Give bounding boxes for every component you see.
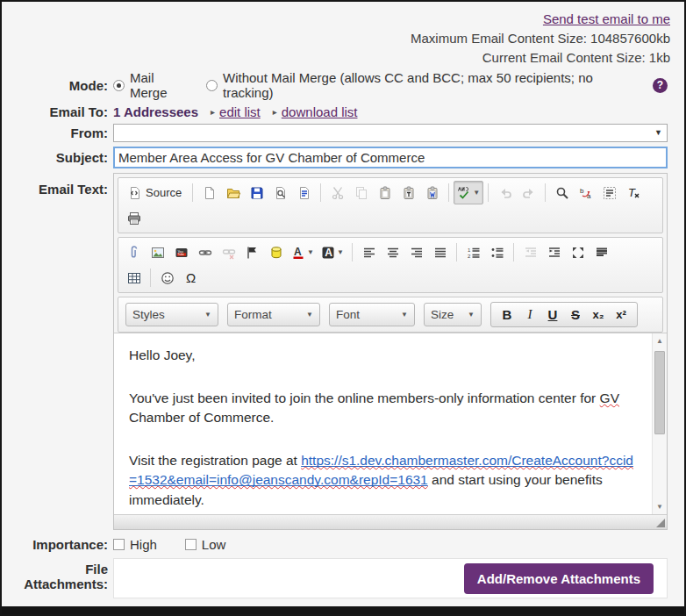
numbered-list-button[interactable]: 12: [461, 240, 485, 264]
resize-handle-icon[interactable]: [656, 519, 665, 527]
align-left-button[interactable]: [357, 240, 381, 264]
importance-high-checkbox[interactable]: [113, 539, 125, 550]
importance-high-label[interactable]: High: [130, 537, 157, 552]
preview-button[interactable]: [268, 181, 292, 204]
print-button[interactable]: [122, 206, 146, 230]
database-fields-button[interactable]: [264, 240, 288, 264]
editor-scrollbar[interactable]: ▲ ▼: [652, 333, 667, 514]
mail-merge-radio-label[interactable]: Mail Merge: [130, 70, 194, 100]
templates-icon: [297, 186, 311, 200]
source-button[interactable]: Source: [122, 181, 188, 204]
body-paragraph: Hello Joey,: [129, 346, 637, 365]
window-bottom-border: [2, 606, 684, 614]
align-right-button[interactable]: [404, 240, 428, 264]
templates-button[interactable]: [292, 181, 316, 204]
text-color-icon: A: [291, 246, 305, 260]
paste-button[interactable]: [373, 181, 397, 204]
unlink-button[interactable]: [217, 240, 240, 264]
remove-format-button[interactable]: T: [621, 181, 645, 204]
table-button[interactable]: [122, 266, 146, 290]
attachment-button[interactable]: [122, 240, 146, 264]
spell-check-button[interactable]: ▼: [454, 181, 483, 204]
cut-button[interactable]: [325, 181, 349, 204]
open-button[interactable]: [221, 181, 245, 204]
superscript-button[interactable]: x²: [610, 308, 632, 321]
email-body-editable[interactable]: Hello Joey, You've just been invited to …: [114, 333, 667, 514]
maximize-icon: [571, 246, 585, 260]
background-color-icon: A: [321, 246, 335, 260]
flag-button[interactable]: [240, 240, 264, 264]
scroll-down-icon[interactable]: ▼: [653, 503, 667, 511]
svg-text:a: a: [587, 192, 591, 200]
redo-icon: [522, 186, 536, 200]
svg-text:Tube: Tube: [177, 253, 184, 256]
special-character-button[interactable]: Ω: [179, 266, 203, 290]
bold-button[interactable]: B: [496, 307, 518, 322]
mail-merge-radio[interactable]: [113, 80, 125, 91]
toolbar-separator: [488, 183, 489, 202]
dropdown-arrow-icon: ▼: [204, 311, 211, 319]
size-dropdown[interactable]: Size▼: [424, 303, 482, 326]
dropdown-arrow-icon: ▼: [307, 248, 314, 256]
smiley-button[interactable]: [155, 266, 179, 290]
download-list-link[interactable]: download list: [282, 104, 358, 119]
scroll-up-icon[interactable]: ▲: [653, 337, 667, 345]
styles-dropdown-label: Styles: [132, 308, 165, 321]
font-dropdown[interactable]: Font▼: [329, 303, 415, 326]
header: Send test email to me Maximum Email Cont…: [2, 2, 684, 70]
select-all-button[interactable]: [597, 181, 621, 204]
copy-button[interactable]: [349, 181, 373, 204]
arrow-icon: ▸: [211, 107, 215, 117]
find-icon: [555, 186, 569, 200]
importance-low-checkbox[interactable]: [185, 539, 197, 550]
youtube-button[interactable]: YouTube: [169, 240, 193, 264]
maximize-button[interactable]: [566, 240, 590, 264]
arrow-icon: ▸: [273, 107, 277, 117]
file-attachments-label: File Attachments:: [2, 558, 108, 591]
edit-list-link[interactable]: edit list: [219, 104, 261, 119]
scrollbar-thumb[interactable]: [654, 351, 665, 434]
cut-icon: [331, 186, 345, 200]
bulleted-list-button[interactable]: [485, 240, 509, 264]
importance-low-label[interactable]: Low: [202, 537, 226, 552]
outdent-icon: [524, 246, 538, 260]
dropdown-arrow-icon: ▼: [306, 311, 313, 319]
spell-check-icon: [457, 186, 471, 200]
underline-button[interactable]: U: [541, 307, 564, 322]
format-dropdown[interactable]: Format▼: [227, 303, 320, 326]
paste-as-text-button[interactable]: [397, 181, 420, 204]
increase-indent-button[interactable]: [542, 240, 566, 264]
justify-button[interactable]: [428, 240, 452, 264]
image-button[interactable]: [146, 240, 169, 264]
send-test-email-link[interactable]: Send test email to me: [543, 11, 670, 26]
subscript-button[interactable]: x₂: [587, 308, 610, 321]
redo-button[interactable]: [517, 181, 540, 204]
styles-dropdown[interactable]: Styles▼: [125, 303, 218, 326]
select-all-icon: [603, 186, 617, 200]
toolbar-line-break: [122, 204, 659, 206]
text-color-button[interactable]: A▼: [288, 240, 318, 264]
svg-text:2: 2: [468, 254, 471, 259]
subject-input[interactable]: [113, 147, 668, 168]
replace-button[interactable]: ba: [574, 181, 597, 204]
italic-button[interactable]: I: [518, 307, 541, 322]
new-page-icon: [203, 186, 217, 200]
paste-from-word-button[interactable]: [420, 181, 444, 204]
from-select[interactable]: ▼: [113, 124, 668, 142]
show-blocks-button[interactable]: [590, 240, 613, 264]
new-page-button[interactable]: [197, 181, 221, 204]
find-button[interactable]: [550, 181, 574, 204]
strikethrough-button[interactable]: S: [564, 307, 587, 322]
undo-button[interactable]: [493, 181, 517, 204]
add-remove-attachments-button[interactable]: Add/Remove Attachments: [464, 563, 654, 594]
without-mail-merge-radio[interactable]: [206, 80, 218, 91]
paste-icon: [378, 186, 392, 200]
decrease-indent-button[interactable]: [518, 240, 542, 264]
without-mail-merge-radio-label[interactable]: Without Mail Merge (allows CC and BCC; m…: [223, 70, 640, 100]
link-button[interactable]: [193, 240, 217, 264]
help-icon[interactable]: ?: [653, 78, 668, 93]
align-center-button[interactable]: [381, 240, 404, 264]
save-button[interactable]: [245, 181, 268, 204]
attachments-area: Add/Remove Attachments: [113, 558, 668, 598]
background-color-button[interactable]: A▼: [318, 240, 347, 264]
